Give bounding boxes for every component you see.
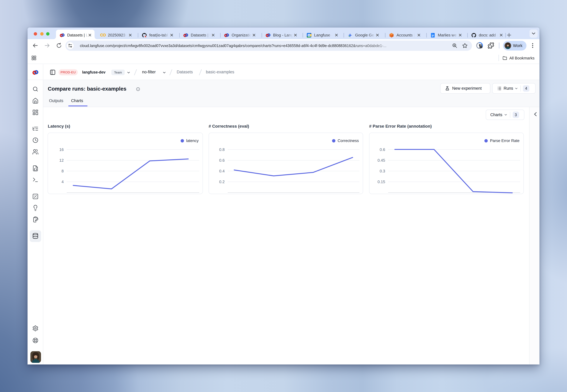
svg-text:0.2: 0.2 bbox=[219, 180, 225, 184]
svg-text:6: 6 bbox=[309, 34, 310, 37]
svg-text:0.3: 0.3 bbox=[380, 169, 385, 173]
svg-text:0.45: 0.45 bbox=[377, 158, 385, 163]
svg-text:0.4: 0.4 bbox=[219, 169, 225, 173]
svg-text:0.8: 0.8 bbox=[219, 147, 225, 152]
svg-text:0.15: 0.15 bbox=[377, 180, 385, 184]
svg-text:16: 16 bbox=[59, 147, 64, 152]
svg-text:12: 12 bbox=[59, 158, 64, 163]
svg-text:8: 8 bbox=[62, 169, 64, 173]
svg-text:0.6: 0.6 bbox=[380, 147, 385, 152]
svg-text:4: 4 bbox=[62, 180, 64, 184]
svg-text:0.6: 0.6 bbox=[219, 158, 225, 163]
